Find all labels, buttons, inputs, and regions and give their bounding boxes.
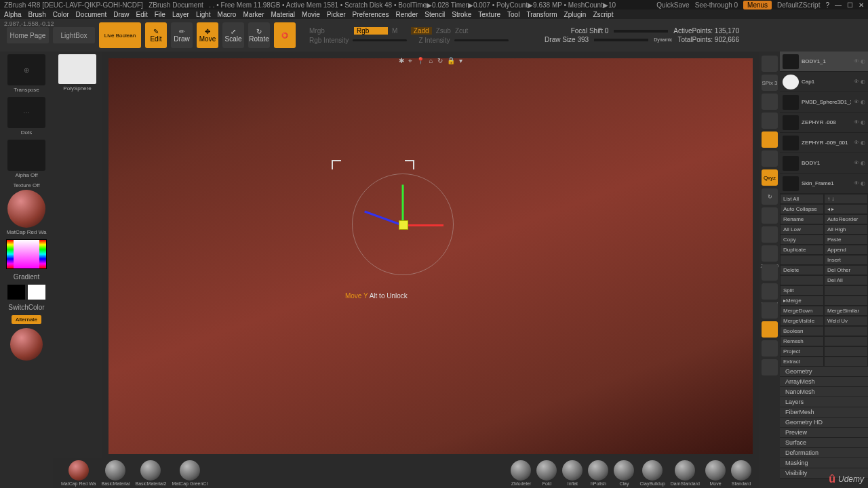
brush-claybuildup[interactable]: ClayBuildup [639,460,665,486]
mrgb-label[interactable]: Mrgb [309,27,350,35]
subtool-vis-icons[interactable]: 👁 ◐ [854,119,865,125]
subtool-item[interactable]: Skin_Frame1👁 ◐ [780,174,868,194]
menu-movie[interactable]: Movie [302,11,320,18]
dynamic-label[interactable]: Dynamic [654,37,672,42]
menu-color[interactable]: Color [53,11,69,18]
right-icon-Persp[interactable]: Persp [762,94,778,110]
right-icon-Rotate[interactable]: Rotate [762,264,778,281]
material-matcap-red-wa[interactable]: MatCap Red Wa [61,460,96,486]
zcut-button[interactable]: Zcut [455,27,468,35]
right-icon-1[interactable]: SPix 3 [762,75,778,91]
panel-mergedown[interactable]: MergeDown [780,306,824,316]
edit-button[interactable]: ✎Edit [145,22,167,48]
brush-zmodeler[interactable]: ZModeler [511,460,531,486]
minimize-icon[interactable]: — [835,1,842,9]
homepage-button[interactable]: Home Page [7,27,49,43]
stroke-dots-icon[interactable]: ⋯ [7,97,45,128]
subtool-item[interactable]: ZEPHYR -008👁 ◐ [780,113,868,133]
live-boolean-button[interactable]: Live Boolean [99,22,141,48]
right-icon-Solo[interactable]: Solo [762,340,778,357]
accordion-layers[interactable]: Layers [780,397,868,407]
quicksave-button[interactable]: QuickSave [656,1,689,9]
panel-remesh[interactable]: Remesh [780,336,824,346]
focal-shift-slider[interactable] [614,30,668,33]
panel-autoreorder[interactable]: AutoReorder [824,214,868,224]
brush-damstandard[interactable]: DamStandard [671,460,700,486]
gizmo-x-axis[interactable] [403,224,443,226]
draw-size-slider[interactable] [594,39,648,41]
material-matcap-greencl[interactable]: MatCap GreenCl [172,460,208,486]
panel-copy[interactable]: Copy [780,235,824,245]
defaultzscript-button[interactable]: DefaultZScript [777,1,820,9]
panel-weld-uv[interactable]: Weld Uv [824,316,868,326]
polysphere-thumb[interactable] [58,54,96,84]
panel-rename[interactable]: Rename [780,214,824,224]
panel-all-low[interactable]: All Low [780,224,824,235]
subtool-vis-icons[interactable]: 👁 ◐ [854,160,865,166]
subtool-item[interactable]: ZEPHYR -009_001👁 ◐ [780,133,868,153]
color-picker[interactable] [6,239,47,269]
subtool-item[interactable]: PM3D_Sphere3D1_3👁 ◐ [780,92,868,113]
accordion-masking[interactable]: Masking [780,458,868,468]
accordion-preview[interactable]: Preview [780,428,868,438]
menu-edit[interactable]: Edit [136,11,148,18]
draw-button[interactable]: ✏Draw [171,22,193,48]
subtool-item[interactable]: BODY1👁 ◐ [780,153,868,174]
menu-preferences[interactable]: Preferences [353,11,389,18]
menu-picker[interactable]: Picker [327,11,346,18]
accordion-fibermesh[interactable]: FiberMesh [780,407,868,418]
menu-document[interactable]: Document [76,11,107,18]
z-intensity-slider[interactable] [454,39,509,41]
panel-insert[interactable]: Insert [824,255,868,265]
subtool-item[interactable]: BODY1_1👁 ◐ [780,52,868,72]
right-icon-L.Sym[interactable]: L.Sym [762,150,778,167]
subtool-vis-icons[interactable]: 👁 ◐ [854,140,865,146]
secondary-material[interactable] [10,328,43,361]
right-icon-14[interactable] [762,321,778,338]
transform-gizmo[interactable] [352,174,454,275]
subtool-item[interactable]: Cap1👁 ◐ [780,72,868,92]
subtool-vis-icons[interactable]: 👁 ◐ [854,79,865,85]
panel-split[interactable]: Split [780,285,824,296]
panel-auto-collapse[interactable]: Auto Collapse [780,204,824,214]
panel-del-other[interactable]: Del Other [824,265,868,275]
brush-inflat[interactable]: Inflat [562,460,583,486]
right-icon-6[interactable]: Qxyz [762,169,778,186]
right-icon-Zoom3D[interactable]: Zoom3D [762,245,778,262]
menu-render[interactable]: Render [396,11,418,18]
accordion-nanomesh[interactable]: NanoMesh [780,387,868,397]
help-icon[interactable]: ? [825,1,829,9]
panel-all-high[interactable]: All High [824,224,868,235]
maximize-icon[interactable]: ☐ [847,1,853,9]
seethrough-slider[interactable]: See-through 0 [695,1,738,9]
menus-button[interactable]: Menus [743,1,772,9]
panel--[interactable]: ↑ ↓ [824,194,868,204]
menu-macro[interactable]: Macro [218,11,237,18]
viewport-icon-0[interactable]: ✱ [399,57,404,65]
rgb-button[interactable]: Rgb [354,27,388,35]
accordion-geometry[interactable]: Geometry [780,367,868,377]
panel-mergesimilar[interactable]: MergeSimilar [824,306,868,316]
subtool-vis-icons[interactable]: 👁 ◐ [854,58,865,64]
panel-project[interactable]: Project [780,346,824,357]
viewport-icon-3[interactable]: ⌂ [429,57,433,65]
viewport-icon-4[interactable]: ↻ [437,57,443,65]
menu-stroke[interactable]: Stroke [452,11,471,18]
panel--merge[interactable]: ▸Merge [780,296,824,306]
menu-material[interactable]: Material [271,11,296,18]
right-icon-16[interactable] [762,359,778,375]
panel-extract[interactable]: Extract [780,357,824,367]
menu-marker[interactable]: Marker [243,11,264,18]
menu-alpha[interactable]: Alpha [4,11,22,18]
m-button[interactable]: M [392,27,397,35]
switchcolor-label[interactable]: SwitchColor [8,304,44,311]
transpose-icon[interactable]: ⊕ [7,54,45,85]
rgb-intensity-slider[interactable] [353,39,407,41]
gizmo-center[interactable] [399,220,408,230]
menu-transform[interactable]: Transform [526,11,557,18]
accordion-arraymesh[interactable]: ArrayMesh [780,377,868,387]
panel-list-all[interactable]: List All [780,194,824,204]
menu-draw[interactable]: Draw [113,11,129,18]
menu-file[interactable]: File [155,11,165,18]
panel-del-all[interactable]: Del All [824,275,868,285]
